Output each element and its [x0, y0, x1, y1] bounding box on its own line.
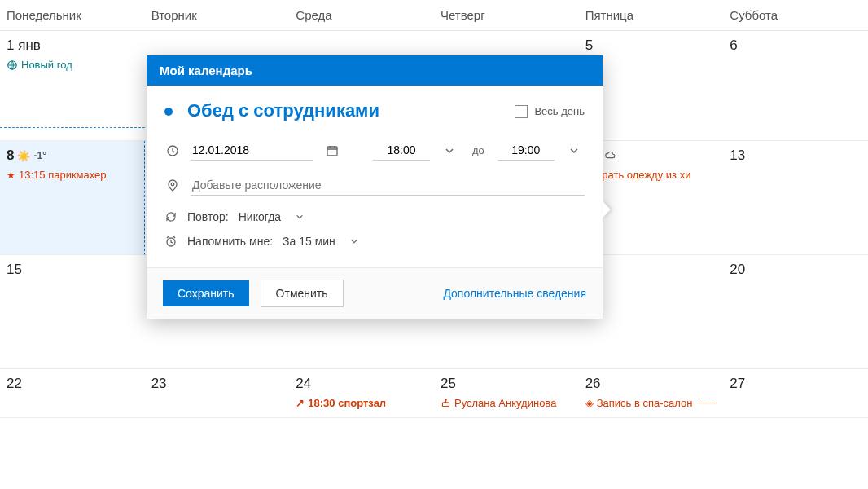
calendar-event[interactable]: Руслана Анкудинова — [441, 397, 572, 409]
remind-label: Напомнить мне: — [187, 235, 273, 248]
calendar-cell[interactable]: 27 — [723, 369, 868, 418]
trailing-line — [699, 403, 717, 403]
calendar-cell[interactable]: 1 янв Новый год — [0, 31, 145, 141]
calendar-cell[interactable]: 15 — [0, 255, 145, 369]
cancel-button[interactable]: Отменить — [261, 280, 344, 307]
calendar-event[interactable]: Новый год — [7, 59, 138, 71]
allday-label: Весь день — [534, 105, 585, 117]
calendar-cell[interactable]: 22 — [0, 369, 145, 418]
day-header: Вторник — [145, 0, 290, 31]
calendar-cell[interactable]: 25 Руслана Анкудинова — [434, 369, 579, 418]
event-label: 18:30 спортзал — [308, 397, 386, 409]
cell-date: 15 — [7, 262, 138, 278]
calendar-cell[interactable]: 26 ◈ Запись в спа-салон — [579, 369, 724, 418]
cell-date: 27 — [730, 376, 861, 392]
calendar-cell[interactable]: 20 — [723, 255, 868, 369]
save-button[interactable]: Сохранить — [163, 280, 249, 306]
star-icon: ★ — [7, 170, 15, 181]
cell-date-number: 8 — [7, 148, 14, 164]
cell-date: 5 — [585, 37, 717, 54]
checkbox-icon — [515, 105, 528, 118]
date-input[interactable] — [191, 140, 313, 161]
category-dot-icon — [164, 108, 173, 116]
calendar-cell[interactable]: 6 — [723, 31, 868, 141]
calendar-cell[interactable]: 24 ↗ 18:30 спортзал — [289, 369, 434, 418]
dialog-pointer — [603, 201, 611, 218]
cell-date: 23 — [151, 376, 283, 392]
event-label: 13:15 парикмахер — [19, 169, 107, 181]
dialog-title: Мой календарь — [147, 55, 603, 86]
calendar-event[interactable]: ★ 13:15 парикмахер — [7, 169, 138, 181]
event-label: Запись в спа-салон — [597, 397, 693, 409]
event-label: Новый год — [21, 59, 72, 71]
calendar-cell[interactable]: 13 — [723, 141, 868, 255]
cell-date: 13 — [730, 148, 861, 164]
calendar-event[interactable]: забрать одежду из хи — [585, 169, 717, 181]
day-header: Пятница — [579, 0, 724, 31]
svg-rect-3 — [327, 147, 337, 156]
remind-value[interactable]: За 15 мин — [283, 235, 335, 248]
cloud-icon — [604, 150, 616, 161]
arrows-icon: ↗ — [296, 397, 305, 409]
svg-point-4 — [171, 183, 174, 186]
cell-date: 6 — [730, 37, 861, 54]
cell-date: 1 янв — [7, 37, 138, 54]
sun-cloud-icon: ☀️ — [17, 150, 30, 162]
repeat-icon — [164, 210, 178, 223]
cell-date: 20 — [730, 262, 861, 278]
chevron-down-icon[interactable] — [440, 146, 459, 156]
calendar-event[interactable]: ◈ Запись в спа-салон — [585, 397, 717, 409]
event-title-input[interactable] — [187, 100, 502, 122]
weather-temp: -1° — [33, 150, 46, 161]
event-dialog: Мой календарь Весь день до — [147, 55, 603, 319]
chevron-down-icon[interactable] — [345, 237, 363, 245]
more-details-link[interactable]: Дополнительные сведения — [443, 287, 586, 300]
cake-icon — [441, 398, 451, 408]
calendar-cell[interactable]: 23 — [145, 369, 290, 418]
day-header: Суббота — [723, 0, 868, 31]
cell-date: 8 ☀️ -1° — [7, 148, 138, 164]
allday-checkbox[interactable]: Весь день — [515, 105, 585, 118]
repeat-label: Повтор: — [187, 210, 229, 223]
day-header: Понедельник — [0, 0, 145, 31]
calendar-cell-today[interactable]: 8 ☀️ -1° ★ 13:15 парикмахер — [0, 141, 145, 255]
chevron-down-icon[interactable] — [291, 213, 309, 221]
clock-icon — [164, 144, 181, 157]
cell-date: 25 — [441, 376, 572, 392]
calendar-event[interactable]: ↗ 18:30 спортзал — [296, 397, 427, 409]
chevron-down-icon[interactable] — [564, 146, 584, 156]
end-time-input[interactable] — [498, 140, 555, 161]
reminder-icon — [164, 235, 178, 248]
svg-point-1 — [445, 399, 447, 401]
location-icon — [164, 179, 181, 192]
day-header: Четверг — [434, 0, 579, 31]
cell-date: 24 — [296, 376, 427, 392]
repeat-value[interactable]: Никогда — [239, 210, 281, 223]
dotted-divider — [0, 127, 145, 128]
location-input[interactable] — [191, 175, 585, 196]
to-label: до — [472, 144, 484, 156]
globe-icon — [7, 59, 18, 71]
cell-date: 19 — [585, 262, 717, 278]
calendar-picker-icon[interactable] — [322, 144, 342, 157]
day-header: Среда — [289, 0, 434, 31]
event-label: Руслана Анкудинова — [454, 397, 556, 409]
start-time-input[interactable] — [373, 140, 430, 161]
cell-date: 12 — [585, 148, 717, 164]
diamond-icon: ◈ — [585, 397, 594, 409]
cell-date: 22 — [7, 376, 138, 392]
cell-date: 26 — [585, 376, 717, 392]
